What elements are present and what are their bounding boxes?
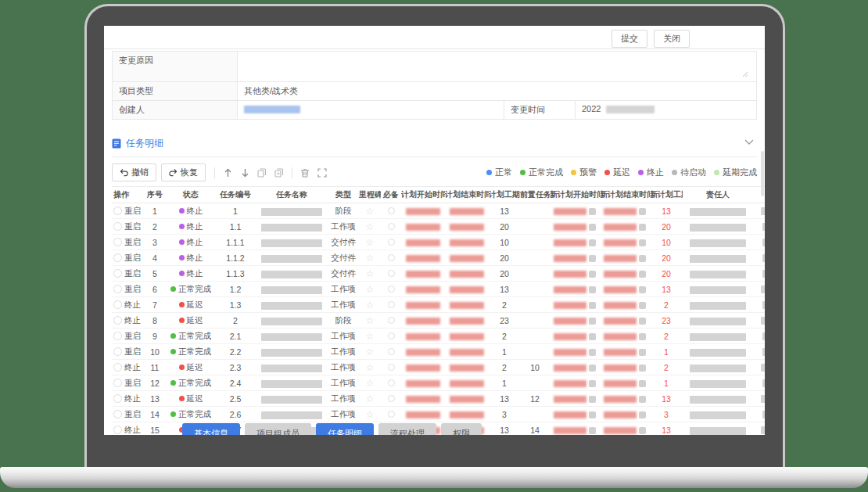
required-circle-icon[interactable] <box>388 223 395 230</box>
milestone-star-icon[interactable]: ☆ <box>366 378 375 389</box>
required-circle-icon[interactable] <box>388 301 395 308</box>
row-select-radio[interactable] <box>113 206 122 215</box>
required-circle-icon[interactable] <box>388 317 395 324</box>
milestone-star-icon[interactable]: ☆ <box>366 284 375 295</box>
resize-grip-icon[interactable] <box>742 71 748 77</box>
creator-value[interactable] <box>238 101 504 119</box>
date-picker-icon[interactable] <box>639 318 646 325</box>
row-select-radio[interactable] <box>113 285 122 293</box>
redo-button[interactable]: 恢复 <box>161 163 206 181</box>
row-select-radio[interactable] <box>113 300 122 309</box>
op-link[interactable]: 重启 <box>124 331 141 340</box>
required-circle-icon[interactable] <box>388 364 395 371</box>
date-picker-icon[interactable] <box>639 208 646 215</box>
date-picker-icon[interactable] <box>589 271 596 278</box>
milestone-star-icon[interactable]: ☆ <box>366 253 375 264</box>
date-picker-icon[interactable] <box>639 427 646 434</box>
required-circle-icon[interactable] <box>388 348 395 355</box>
milestone-star-icon[interactable]: ☆ <box>366 221 375 232</box>
date-picker-icon[interactable] <box>639 411 646 418</box>
milestone-star-icon[interactable]: ☆ <box>366 409 375 420</box>
required-circle-icon[interactable] <box>388 286 395 293</box>
date-picker-icon[interactable] <box>639 239 646 246</box>
date-picker-icon[interactable] <box>589 333 596 340</box>
date-picker-icon[interactable] <box>639 271 646 278</box>
date-picker-icon[interactable] <box>639 396 646 403</box>
date-picker-icon[interactable] <box>639 302 646 309</box>
date-picker-icon[interactable] <box>589 380 596 387</box>
row-select-radio[interactable] <box>113 238 122 246</box>
date-picker-icon[interactable] <box>639 365 646 372</box>
date-picker-icon[interactable] <box>589 286 596 293</box>
copy-icon[interactable] <box>253 166 271 180</box>
op-link[interactable]: 重启 <box>124 253 141 262</box>
date-picker-icon[interactable] <box>589 302 596 309</box>
milestone-star-icon[interactable]: ☆ <box>366 300 375 311</box>
row-select-radio[interactable] <box>113 332 122 340</box>
date-picker-icon[interactable] <box>589 224 596 231</box>
row-select-radio[interactable] <box>113 363 122 372</box>
op-link[interactable]: 终止 <box>124 425 141 434</box>
change-reason-field[interactable] <box>238 52 756 81</box>
required-circle-icon[interactable] <box>388 332 395 339</box>
row-select-radio[interactable] <box>113 379 122 387</box>
tab-项目组成员[interactable]: 项目组成员 <box>245 423 311 435</box>
required-circle-icon[interactable] <box>388 379 395 386</box>
date-picker-icon[interactable] <box>639 349 646 356</box>
date-picker-icon[interactable] <box>589 396 596 403</box>
op-link[interactable]: 重启 <box>124 221 141 231</box>
creator-redacted-link[interactable] <box>244 106 300 113</box>
date-picker-icon[interactable] <box>589 365 596 372</box>
close-button[interactable]: 关闭 <box>654 30 690 48</box>
milestone-star-icon[interactable]: ☆ <box>366 331 375 342</box>
undo-button[interactable]: 撤销 <box>112 163 156 181</box>
required-circle-icon[interactable] <box>388 254 395 261</box>
row-select-radio[interactable] <box>113 426 122 434</box>
date-picker-icon[interactable] <box>589 318 596 325</box>
op-link[interactable]: 终止 <box>124 362 141 372</box>
scrollbar-thumb[interactable] <box>761 151 764 196</box>
op-link[interactable]: 重启 <box>124 347 141 356</box>
date-picker-icon[interactable] <box>589 349 596 356</box>
date-picker-icon[interactable] <box>639 380 646 387</box>
required-circle-icon[interactable] <box>388 270 395 277</box>
op-link[interactable]: 重启 <box>124 409 141 418</box>
fullscreen-icon[interactable] <box>314 166 331 180</box>
date-picker-icon[interactable] <box>639 255 646 262</box>
date-picker-icon[interactable] <box>589 427 596 434</box>
op-link[interactable]: 重启 <box>124 206 141 215</box>
date-picker-icon[interactable] <box>589 255 596 262</box>
op-link[interactable]: 终止 <box>124 315 141 325</box>
op-link[interactable]: 终止 <box>124 300 141 309</box>
chevron-down-icon[interactable] <box>744 139 754 145</box>
row-select-radio[interactable] <box>113 347 122 356</box>
delete-icon[interactable] <box>296 166 314 180</box>
required-circle-icon[interactable] <box>388 395 395 402</box>
change-reason-textarea[interactable] <box>244 55 750 78</box>
op-link[interactable]: 重启 <box>124 284 141 293</box>
tab-权限[interactable]: 权限 <box>441 423 482 435</box>
op-link[interactable]: 重启 <box>124 268 141 278</box>
row-select-radio[interactable] <box>113 222 122 231</box>
milestone-star-icon[interactable]: ☆ <box>366 362 375 373</box>
op-link[interactable]: 终止 <box>124 393 141 403</box>
move-down-icon[interactable] <box>236 166 253 180</box>
row-select-radio[interactable] <box>113 394 122 403</box>
row-select-radio[interactable] <box>113 410 122 418</box>
move-up-icon[interactable] <box>219 166 236 180</box>
tab-任务明细[interactable]: 任务明细 <box>316 423 374 435</box>
milestone-star-icon[interactable]: ☆ <box>366 315 375 326</box>
row-select-radio[interactable] <box>113 316 122 325</box>
date-picker-icon[interactable] <box>589 411 596 418</box>
date-picker-icon[interactable] <box>589 208 596 215</box>
milestone-star-icon[interactable]: ☆ <box>366 393 375 404</box>
milestone-star-icon[interactable]: ☆ <box>366 206 375 217</box>
required-circle-icon[interactable] <box>388 411 395 418</box>
milestone-star-icon[interactable]: ☆ <box>366 347 375 357</box>
row-select-radio[interactable] <box>113 253 122 262</box>
tab-流程处理[interactable]: 流程处理 <box>378 423 436 435</box>
milestone-star-icon[interactable]: ☆ <box>366 268 375 279</box>
row-select-radio[interactable] <box>113 269 122 278</box>
op-link[interactable]: 重启 <box>124 237 141 246</box>
milestone-star-icon[interactable]: ☆ <box>366 237 375 248</box>
